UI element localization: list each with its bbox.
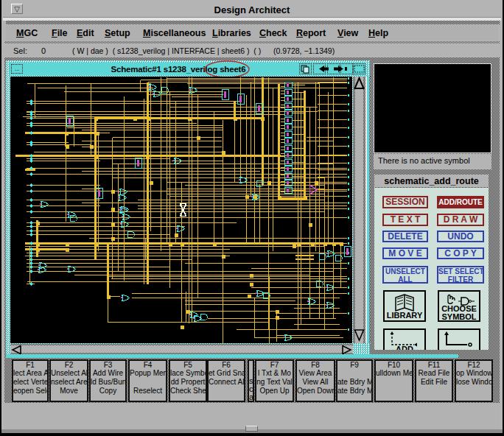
- svg-text:SYMBOL: SYMBOL: [441, 312, 476, 321]
- svg-text:LIBRARY: LIBRARY: [387, 311, 423, 320]
